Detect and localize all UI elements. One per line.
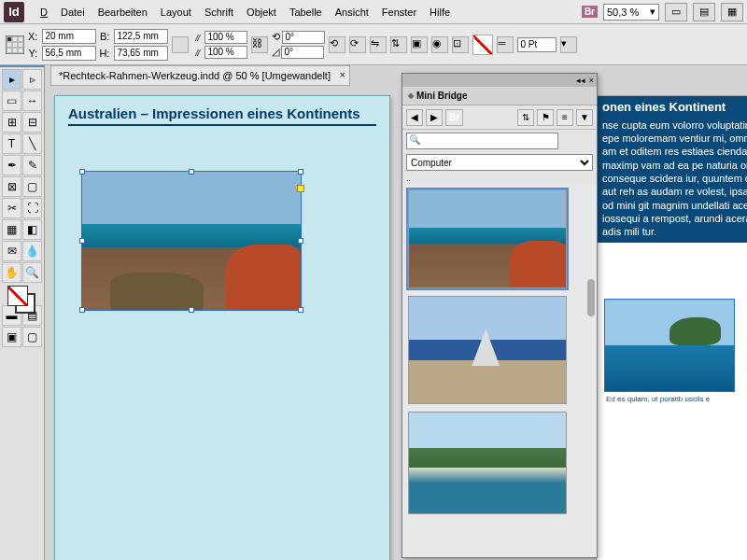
page-left[interactable]: Australien – Impressionen eines Kontinen… — [54, 95, 390, 560]
view-button[interactable]: ≡ — [557, 109, 573, 126]
bridge-badge-icon[interactable]: Br — [582, 6, 598, 18]
menu-ansicht[interactable]: Ansicht — [329, 3, 375, 21]
handle-icon[interactable] — [79, 238, 85, 244]
menu-layout[interactable]: Layout — [154, 3, 198, 21]
close-tab-icon[interactable]: × — [340, 69, 345, 80]
x-input[interactable]: 20 mm — [42, 29, 96, 44]
y-input[interactable]: 56,5 mm — [42, 46, 96, 61]
page-right[interactable]: onen eines Kontinent nse cupta eum volor… — [596, 95, 747, 560]
rotate-input[interactable]: 0° — [282, 31, 325, 44]
mini-bridge-panel: ◂◂ × Mini Bridge ◀ ▶ Br ⇅ ⚑ ≡ ▼ Computer… — [402, 73, 598, 558]
fill-stroke-control[interactable] — [2, 284, 42, 317]
w-input[interactable]: 122,5 mm — [114, 29, 168, 44]
filter-button[interactable]: ⚑ — [537, 109, 554, 126]
fit-content-button[interactable]: ⊡ — [452, 36, 469, 53]
page-tool[interactable]: ▭ — [2, 91, 21, 111]
rotate-ccw-button[interactable]: ⟲ — [329, 36, 345, 53]
scale-x-icon: ⫽ — [192, 32, 203, 43]
anchor-icon[interactable] — [297, 185, 304, 192]
rectangle-tool[interactable]: ▢ — [22, 176, 42, 197]
direct-selection-tool[interactable]: ▹ — [22, 69, 42, 90]
select-content-button[interactable]: ◉ — [431, 36, 448, 53]
flip-h-button[interactable]: ⇋ — [370, 36, 387, 53]
content-placer-tool[interactable]: ⊟ — [22, 112, 42, 133]
rotate-icon: ⟲ — [272, 31, 280, 43]
thumbnail-item[interactable] — [408, 412, 567, 514]
note-tool[interactable]: ✉ — [2, 241, 21, 261]
more-options-button[interactable]: ▾ — [560, 36, 577, 53]
shear-input[interactable]: 0° — [281, 46, 324, 59]
fill-swatch-icon — [7, 286, 28, 306]
thumbnail-item[interactable] — [408, 189, 567, 288]
selection-tool[interactable]: ▸ — [2, 69, 21, 90]
rectangle-frame-tool[interactable]: ⊠ — [2, 176, 21, 197]
arrange-button[interactable]: ▤ — [693, 3, 715, 21]
gradient-feather-tool[interactable]: ◧ — [22, 219, 42, 240]
view-mode-preview[interactable]: ▢ — [22, 327, 42, 347]
gap-tool[interactable]: ↔ — [22, 91, 42, 111]
panel-tab[interactable]: Mini Bridge — [402, 87, 597, 105]
close-icon[interactable]: × — [589, 76, 594, 85]
menu-bearbeiten[interactable]: Bearbeiten — [92, 3, 154, 21]
flip-v-button[interactable]: ⇅ — [390, 36, 407, 53]
menu-fenster[interactable]: Fenster — [375, 3, 423, 21]
funnel-icon[interactable]: ▼ — [576, 109, 593, 126]
b-label: B: — [99, 31, 111, 42]
search-input[interactable] — [406, 133, 558, 149]
handle-icon[interactable] — [189, 307, 194, 313]
stroke-weight-input[interactable]: 0 Pt — [517, 37, 557, 52]
sort-button[interactable]: ⇅ — [517, 109, 534, 126]
select-container-button[interactable]: ▣ — [411, 36, 428, 53]
pencil-tool[interactable]: ✎ — [22, 155, 42, 175]
content-collector-tool[interactable]: ⊞ — [2, 112, 21, 133]
menu-objekt[interactable]: Objekt — [240, 3, 283, 21]
menu-hilfe[interactable]: Hilfe — [423, 3, 457, 21]
view-mode-normal[interactable]: ▣ — [2, 327, 21, 347]
view-options-button[interactable]: ▦ — [721, 3, 743, 21]
pen-tool[interactable]: ✒ — [2, 155, 21, 175]
h-input[interactable]: 73,65 mm — [114, 46, 168, 61]
open-bridge-button[interactable]: Br — [445, 109, 463, 126]
stroke-style-select[interactable]: ═ — [497, 36, 514, 53]
menu-datei[interactable]: D Datei — [34, 3, 54, 21]
scale-y-input[interactable]: 100 % — [204, 46, 247, 59]
breadcrumb[interactable]: .. — [402, 173, 597, 184]
reference-point-grid[interactable] — [6, 35, 24, 54]
link-scale-icon[interactable]: ⛓ — [251, 36, 268, 53]
nav-forward-button[interactable]: ▶ — [426, 109, 443, 126]
screen-mode-button[interactable]: ▭ — [665, 3, 687, 21]
line-tool[interactable]: ╲ — [22, 133, 42, 154]
path-select[interactable]: Computer — [406, 154, 593, 171]
scrollbar-thumb[interactable] — [587, 279, 595, 316]
handle-icon[interactable] — [298, 238, 303, 244]
menu-datei[interactable]: Datei — [54, 3, 92, 21]
handle-icon[interactable] — [189, 169, 194, 175]
control-bar: X:20 mm B:122,5 mm Y:56,5 mm H:73,65 mm … — [0, 24, 747, 65]
gradient-swatch-tool[interactable]: ▦ — [2, 219, 21, 240]
zoom-tool[interactable]: 🔍 — [22, 262, 42, 283]
panel-titlebar[interactable]: ◂◂ × — [402, 74, 597, 87]
free-transform-tool[interactable]: ⛶ — [22, 198, 42, 218]
constrain-icon[interactable] — [172, 36, 189, 53]
thumbnail-item[interactable] — [408, 296, 567, 404]
panel-toolbar: ◀ ▶ Br ⇅ ⚑ ≡ ▼ — [402, 105, 597, 130]
hand-tool[interactable]: ✋ — [2, 262, 21, 283]
minimize-icon[interactable]: ◂◂ — [576, 76, 585, 85]
handle-icon[interactable] — [298, 307, 303, 313]
handle-icon[interactable] — [298, 169, 303, 175]
scale-x-input[interactable]: 100 % — [204, 31, 247, 44]
scissors-tool[interactable]: ✂ — [2, 198, 21, 218]
menu-schrift[interactable]: Schrift — [198, 3, 240, 21]
eyedropper-tool[interactable]: 💧 — [22, 241, 42, 261]
rotate-cw-button[interactable]: ⟳ — [349, 36, 366, 53]
document-tab[interactable]: *Rechteck-Rahmen-Werkzeug.indd @ 50 % [U… — [50, 65, 350, 86]
zoom-input[interactable]: 50,3 %▾ — [603, 4, 659, 21]
page2-image-frame[interactable] — [604, 299, 735, 392]
handle-icon[interactable] — [79, 169, 85, 175]
handle-icon[interactable] — [79, 307, 85, 313]
menu-tabelle[interactable]: Tabelle — [283, 3, 329, 21]
type-tool[interactable]: T — [2, 133, 21, 154]
image-frame[interactable] — [81, 171, 302, 311]
fill-swatch[interactable] — [472, 35, 493, 55]
nav-back-button[interactable]: ◀ — [406, 109, 423, 126]
